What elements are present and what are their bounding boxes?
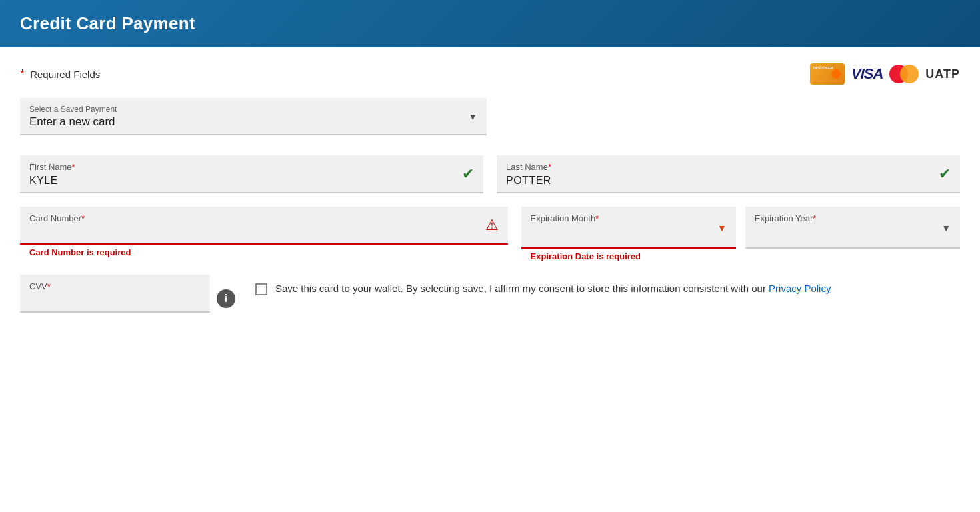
- first-name-group: First Name* ✔: [20, 155, 483, 193]
- card-number-group: Card Number* ⚠ Card Number is required: [20, 207, 508, 257]
- cvv-info-icon[interactable]: i: [217, 289, 235, 308]
- exp-month-arrow-icon: ▼: [717, 223, 727, 233]
- cvv-input[interactable]: [29, 294, 201, 306]
- required-star: *: [20, 67, 25, 81]
- bottom-row: CVV* i Save this card to your wallet. By…: [20, 275, 960, 313]
- uatp-icon: UATP: [925, 67, 960, 81]
- card-number-label: Card Number*: [29, 213, 499, 223]
- visa-icon: VISA: [851, 65, 883, 83]
- save-card-text: Save this card to your wallet. By select…: [275, 281, 831, 297]
- exp-month-label: Expiration Month*: [531, 213, 599, 223]
- cvv-wrapper: CVV* i: [20, 275, 235, 313]
- mastercard-icon: [889, 65, 919, 83]
- card-number-box: Card Number* ⚠: [20, 207, 508, 245]
- last-name-check-icon: ✔: [939, 165, 951, 183]
- save-card-section: Save this card to your wallet. By select…: [255, 275, 960, 303]
- required-fields-label: * Required Fields: [20, 67, 100, 81]
- saved-payment-label: Select a Saved Payment: [29, 105, 117, 114]
- card-number-error: Card Number is required: [20, 247, 508, 257]
- exp-year-label: Expiration Year*: [755, 213, 817, 223]
- exp-month-group: Expiration Month* ▼ Expiration Date is r…: [521, 207, 736, 261]
- last-name-input[interactable]: [506, 175, 951, 187]
- card-number-input[interactable]: [29, 226, 499, 238]
- privacy-policy-link[interactable]: Privacy Policy: [769, 283, 831, 294]
- card-number-warning-icon: ⚠: [485, 217, 499, 234]
- first-name-label: First Name*: [29, 162, 474, 172]
- discover-icon: DISCOVER: [810, 63, 845, 85]
- page-header: Credit Card Payment: [0, 0, 980, 47]
- saved-payment-dropdown[interactable]: Select a Saved Payment Enter a new card …: [20, 98, 487, 135]
- first-name-box: First Name* ✔: [20, 155, 483, 193]
- first-name-input[interactable]: [29, 175, 474, 187]
- last-name-box: Last Name* ✔: [497, 155, 960, 193]
- name-row: First Name* ✔ Last Name* ✔: [20, 155, 960, 193]
- exp-year-box[interactable]: Expiration Year* ▼: [745, 207, 960, 249]
- saved-payment-value: Enter a new card: [29, 115, 115, 128]
- cvv-label: CVV*: [29, 281, 201, 291]
- main-content: * Required Fields DISCOVER VISA UATP Sel…: [0, 47, 980, 512]
- exp-date-error: Expiration Date is required: [521, 251, 736, 261]
- exp-year-arrow-icon: ▼: [941, 223, 951, 233]
- required-row: * Required Fields DISCOVER VISA UATP: [20, 63, 960, 85]
- exp-month-box[interactable]: Expiration Month* ▼: [521, 207, 736, 249]
- exp-year-group: Expiration Year* ▼: [745, 207, 960, 261]
- expiration-group: Expiration Month* ▼ Expiration Date is r…: [521, 207, 960, 261]
- card-row: Card Number* ⚠ Card Number is required E…: [20, 207, 960, 261]
- first-name-check-icon: ✔: [462, 165, 474, 183]
- last-name-label: Last Name*: [506, 162, 951, 172]
- page-title: Credit Card Payment: [20, 13, 960, 34]
- saved-payment-arrow-icon: ▼: [468, 111, 477, 122]
- cvv-box: CVV*: [20, 275, 210, 313]
- card-icons: DISCOVER VISA UATP: [810, 63, 960, 85]
- save-card-checkbox[interactable]: [255, 283, 267, 295]
- last-name-group: Last Name* ✔: [497, 155, 960, 193]
